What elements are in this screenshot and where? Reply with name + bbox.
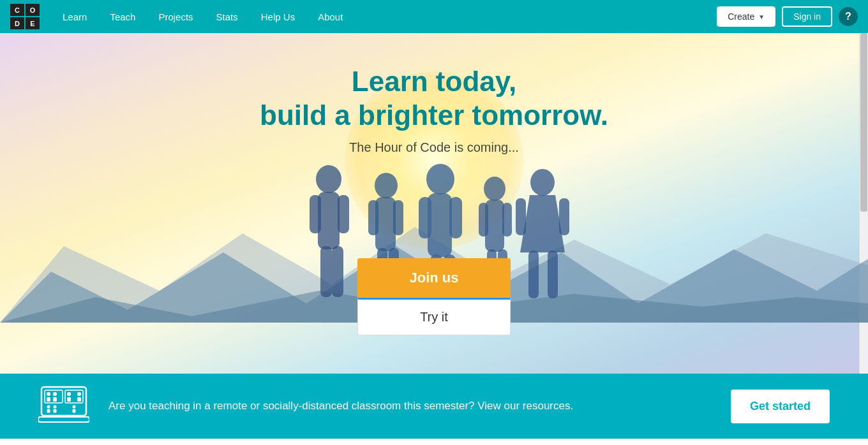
svg-rect-36 xyxy=(47,397,50,402)
svg-point-40 xyxy=(67,392,71,396)
logo-cell-c: C xyxy=(10,4,24,16)
svg-point-35 xyxy=(47,392,50,396)
svg-rect-45 xyxy=(47,409,50,413)
svg-rect-8 xyxy=(332,246,343,297)
logo-cell-o: O xyxy=(26,4,40,16)
nav-link-helpus[interactable]: Help Us xyxy=(251,8,305,26)
logo[interactable]: C O D E xyxy=(10,4,40,29)
svg-rect-41 xyxy=(67,397,71,402)
svg-point-15 xyxy=(426,164,454,194)
svg-marker-28 xyxy=(520,195,565,252)
svg-rect-31 xyxy=(528,251,539,298)
svg-rect-11 xyxy=(368,200,378,235)
svg-rect-49 xyxy=(73,409,76,413)
svg-rect-32 xyxy=(548,251,558,298)
nav-link-learn[interactable]: Learn xyxy=(52,8,97,26)
nav-link-teach[interactable]: Teach xyxy=(100,8,146,26)
svg-rect-18 xyxy=(449,197,462,238)
nav-link-about[interactable]: About xyxy=(308,8,353,26)
svg-rect-4 xyxy=(318,192,340,249)
svg-point-42 xyxy=(77,392,81,396)
svg-rect-7 xyxy=(320,246,332,297)
svg-rect-23 xyxy=(479,203,488,237)
svg-rect-12 xyxy=(393,200,403,235)
footer-strip: Every student in every school should hav… xyxy=(0,439,868,445)
laptop-icon xyxy=(38,384,89,428)
svg-rect-6 xyxy=(338,195,349,233)
svg-rect-43 xyxy=(77,397,81,402)
chevron-down-icon: ▼ xyxy=(758,13,765,20)
hero-content: Learn today, build a brighter tomorrow. … xyxy=(0,65,868,155)
svg-rect-50 xyxy=(38,417,89,422)
navbar: C O D E Learn Teach Projects Stats Help … xyxy=(0,0,868,33)
svg-point-21 xyxy=(484,177,505,201)
svg-point-27 xyxy=(530,169,555,196)
get-started-button[interactable]: Get started xyxy=(731,390,830,423)
hero-title-line2: build a brighter tomorrow. xyxy=(260,99,608,131)
svg-point-9 xyxy=(375,173,398,198)
hero-title-line1: Learn today, xyxy=(352,66,516,97)
nav-right: Create ▼ Sign in ? xyxy=(717,6,858,27)
svg-point-3 xyxy=(316,165,341,193)
hero-title: Learn today, build a brighter tomorrow. xyxy=(0,65,868,133)
logo-cell-d: D xyxy=(10,17,24,29)
try-it-button[interactable]: Try it xyxy=(357,298,511,335)
svg-rect-47 xyxy=(54,409,57,413)
join-us-button[interactable]: Join us xyxy=(357,258,511,298)
svg-rect-29 xyxy=(516,198,526,235)
svg-point-44 xyxy=(47,405,50,409)
nav-links: Learn Teach Projects Stats Help Us About xyxy=(52,8,717,26)
svg-point-46 xyxy=(54,405,57,409)
svg-rect-24 xyxy=(502,203,512,237)
signin-button[interactable]: Sign in xyxy=(782,6,832,27)
logo-cell-e: E xyxy=(26,17,40,29)
svg-rect-5 xyxy=(310,195,321,233)
svg-rect-17 xyxy=(419,197,431,238)
svg-point-48 xyxy=(73,405,76,409)
teaching-banner: Are you teaching in a remote or socially… xyxy=(0,374,868,439)
hero-subtitle: The Hour of Code is coming... xyxy=(0,140,868,155)
help-button[interactable]: ? xyxy=(839,7,858,26)
nav-link-projects[interactable]: Projects xyxy=(148,8,203,26)
svg-rect-38 xyxy=(53,397,57,402)
svg-point-37 xyxy=(53,392,57,396)
create-label: Create xyxy=(728,11,754,22)
create-button[interactable]: Create ▼ xyxy=(717,6,775,27)
banner-text: Are you teaching in a remote or socially… xyxy=(108,398,712,414)
hero-section: Learn today, build a brighter tomorrow. … xyxy=(0,33,868,374)
nav-link-stats[interactable]: Stats xyxy=(206,8,248,26)
svg-rect-30 xyxy=(559,198,569,235)
hero-buttons: Join us Try it xyxy=(357,258,511,335)
